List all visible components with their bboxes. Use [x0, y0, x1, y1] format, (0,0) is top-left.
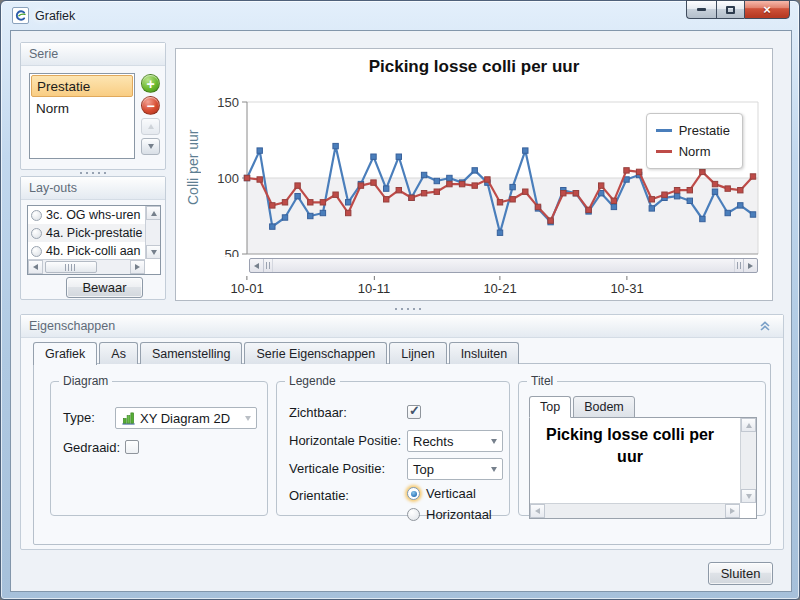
orientatie-option-label: Horizontaal	[426, 507, 492, 522]
maximize-icon	[726, 6, 735, 14]
properties-tabstrip: GrafiekAsSamenstellingSerie Eigenschappe…	[33, 342, 521, 365]
close-icon: ×	[763, 3, 771, 16]
layouts-listbox[interactable]: 3c. OG whs-uren4a. Pick-prestatie4b. Pic…	[27, 205, 161, 275]
verticale-positie-combobox[interactable]: Top	[407, 458, 503, 480]
maximize-button[interactable]	[716, 0, 744, 19]
scroll-left-button[interactable]	[250, 259, 264, 272]
properties-panel: Eigenschappen GrafiekAsSamenstellingSeri…	[20, 314, 784, 550]
grip-icon	[737, 262, 742, 269]
verticale-positie-label: Verticale Positie:	[289, 461, 385, 476]
range-left-handle[interactable]	[264, 259, 273, 272]
close-dialog-button[interactable]: Sluiten	[708, 562, 773, 585]
grip-icon	[266, 262, 271, 269]
layout-item-label: 3c. OG whs-uren	[46, 208, 140, 222]
scroll-up-button[interactable]	[146, 206, 161, 220]
scroll-right-button[interactable]	[130, 260, 145, 274]
titel-group: Titel TopBodem Picking losse colli per u…	[518, 374, 766, 516]
serie-panel: Serie PrestatieNorm + −	[20, 42, 166, 170]
verticale-positie-value: Top	[413, 462, 434, 477]
save-layout-button[interactable]: Bewaar	[66, 277, 143, 298]
scrollbar-thumb[interactable]	[45, 261, 97, 273]
diagram-type-value: XY Diagram 2D	[140, 411, 230, 426]
serie-listbox[interactable]: PrestatieNorm	[29, 73, 135, 159]
horizontale-positie-value: Rechts	[413, 434, 453, 449]
layouts-panel: Lay-outs 3c. OG whs-uren4a. Pick-prestat…	[20, 176, 166, 300]
titel-vertical-scrollbar[interactable]	[740, 418, 756, 503]
scroll-right-button[interactable]	[743, 259, 757, 272]
arrow-right-icon	[135, 264, 140, 270]
titel-tab-bodem[interactable]: Bodem	[573, 396, 635, 418]
chart-legend: PrestatieNorm	[646, 113, 743, 169]
tab-samenstelling[interactable]: Samenstelling	[140, 342, 243, 364]
chart-splitter-handle[interactable]	[395, 307, 421, 311]
serie-splitter-handle[interactable]	[80, 171, 106, 175]
radio-icon[interactable]	[31, 228, 42, 239]
arrow-up-icon	[746, 423, 752, 428]
chevron-down-icon	[485, 431, 502, 451]
zichtbaar-checkbox[interactable]	[407, 405, 421, 419]
layouts-vertical-scrollbar[interactable]	[145, 206, 160, 259]
tab-insluiten[interactable]: Insluiten	[449, 342, 520, 364]
arrow-down-icon	[746, 494, 752, 499]
minimize-button[interactable]	[686, 0, 716, 19]
move-down-button[interactable]	[141, 138, 160, 155]
scroll-down-button[interactable]	[741, 489, 756, 503]
scroll-right-button[interactable]	[725, 504, 740, 518]
scroll-up-button[interactable]	[741, 418, 756, 432]
scroll-down-button[interactable]	[146, 245, 161, 259]
titlebar[interactable]: Grafiek ×	[1, 1, 799, 30]
arrow-up-icon	[148, 124, 154, 129]
chart-panel: Picking losse colli per uur Colli per uu…	[175, 48, 773, 301]
chart-horizontal-scrollbar[interactable]	[249, 258, 758, 273]
layouts-horizontal-scrollbar[interactable]	[28, 259, 145, 274]
tab-lijnen[interactable]: Lijnen	[389, 342, 446, 364]
layout-list-item[interactable]: 4a. Pick-prestatie	[28, 224, 145, 242]
radio-icon[interactable]	[31, 210, 42, 221]
svg-text:50: 50	[225, 247, 239, 258]
svg-text:150: 150	[217, 95, 239, 110]
x-axis-tick-label: 10-31	[610, 281, 643, 296]
scroll-left-button[interactable]	[28, 260, 43, 274]
tab-as[interactable]: As	[99, 342, 138, 364]
gedraaid-checkbox[interactable]	[125, 440, 139, 454]
orientatie-option: Verticaal	[407, 486, 476, 501]
dialog-client-area: Serie PrestatieNorm + − Lay-outs 3c. OG …	[10, 30, 792, 592]
grip-icon	[65, 264, 77, 271]
serie-list-item[interactable]: Prestatie	[31, 75, 133, 97]
remove-serie-button[interactable]: −	[141, 96, 160, 115]
scrollbar-thumb[interactable]	[273, 259, 734, 272]
titel-tab-top[interactable]: Top	[529, 396, 571, 418]
serie-list-item[interactable]: Norm	[31, 97, 133, 119]
legend-label: Prestatie	[679, 123, 730, 138]
radio-icon[interactable]	[31, 246, 42, 257]
collapse-panel-button[interactable]	[755, 318, 775, 334]
move-up-button[interactable]	[141, 118, 160, 135]
properties-panel-title: Eigenschappen	[29, 319, 115, 333]
arrow-left-icon	[535, 508, 540, 514]
close-button[interactable]: ×	[744, 0, 790, 19]
layout-list-item[interactable]: 3c. OG whs-uren	[28, 206, 145, 224]
add-serie-button[interactable]: +	[141, 74, 160, 93]
horizontale-positie-combobox[interactable]: Rechts	[407, 430, 503, 452]
app-logo-icon	[12, 7, 29, 24]
legend-entry: Norm	[656, 141, 730, 162]
range-right-handle[interactable]	[734, 259, 743, 272]
diagram-type-combobox[interactable]: XY Diagram 2D	[115, 407, 257, 429]
arrow-left-icon	[33, 264, 38, 270]
layout-item-label: 4a. Pick-prestatie	[46, 226, 143, 240]
orientatie-option: Horizontaal	[407, 507, 492, 522]
tab-serie-eigenschappen[interactable]: Serie Eigenschappen	[244, 342, 387, 364]
orientatie-radio-verticaal[interactable]	[407, 487, 420, 500]
titel-group-title: Titel	[527, 374, 557, 388]
titel-text-editor[interactable]: Picking losse colli per uur	[529, 417, 757, 519]
x-axis-tick: 10-21	[483, 275, 516, 296]
titel-horizontal-scrollbar[interactable]	[530, 503, 740, 518]
orientatie-radio-horizontaal[interactable]	[407, 508, 420, 521]
orientatie-label: Orientatie:	[289, 488, 349, 503]
tab-grafiek[interactable]: Grafiek	[33, 342, 97, 365]
legend-label: Norm	[679, 144, 711, 159]
layout-list-item[interactable]: 4b. Pick-colli aan	[28, 242, 145, 260]
scroll-left-button[interactable]	[530, 504, 545, 518]
titel-tabstrip: TopBodem	[529, 396, 637, 418]
arrow-up-icon	[151, 211, 157, 216]
